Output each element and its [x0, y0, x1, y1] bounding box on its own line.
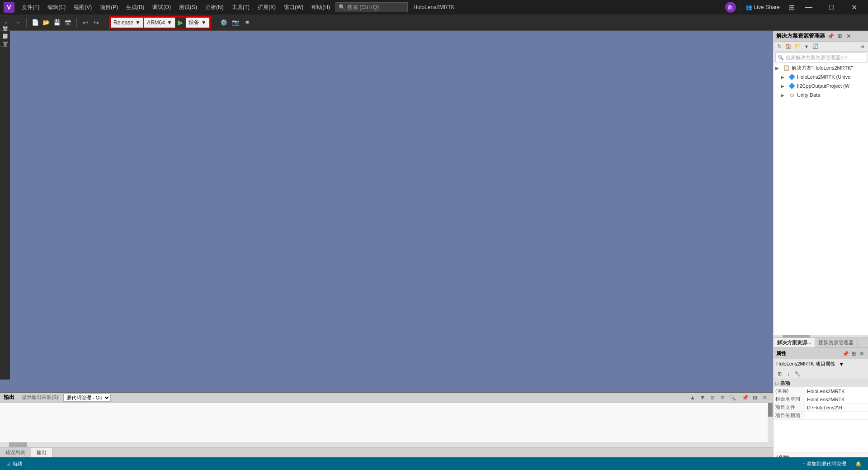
output-close-button[interactable]: ✕ — [760, 394, 769, 402]
tab-solution-explorer[interactable]: 解决方案资源... — [774, 338, 815, 347]
menu-file[interactable]: 文件(F) — [18, 2, 43, 13]
add-to-source-control[interactable]: ↑ 添加到源代码管理 — [800, 461, 849, 467]
diagnostics-button[interactable]: ⚙️ — [219, 18, 229, 28]
tree-item-unity-data[interactable]: ▶ ◇ Unity Data — [774, 90, 868, 100]
new-item-button[interactable]: 📄 — [30, 18, 40, 28]
undo-button[interactable]: ↩ — [80, 18, 90, 28]
tree-item-il2cpp[interactable]: ▶ 🔷 Il2CppOutputProject (W — [774, 81, 868, 90]
se-collapse-button[interactable]: ⊟ — [858, 43, 866, 51]
save-button[interactable]: 💾 — [52, 18, 62, 28]
properties-pin-button[interactable]: 📌 — [842, 350, 849, 357]
hololens2mrtk-chevron-icon: ▶ — [781, 75, 786, 80]
properties-title-bar: HoloLens2MRTK 项目属性 ▼ — [774, 359, 868, 369]
se-filter-button[interactable]: ▼ — [802, 43, 811, 51]
toolbar-separator-1 — [26, 18, 27, 27]
menu-extensions[interactable]: 扩展(X) — [254, 2, 279, 13]
solution-explorer-dock-button[interactable]: ⊞ — [836, 33, 843, 40]
user-avatar[interactable]: 政 — [725, 2, 736, 13]
menu-window[interactable]: 窗口(W) — [280, 2, 307, 13]
menu-view[interactable]: 视图(V) — [70, 2, 95, 13]
output-tabs: 错误列表 输出 — [0, 447, 773, 457]
solution-explorer-pin-button[interactable]: 📌 — [827, 33, 834, 40]
screenshot-button[interactable]: 📷 — [231, 18, 241, 28]
menu-project[interactable]: 项目(P) — [96, 2, 122, 13]
menu-analyze[interactable]: 分析(N) — [202, 2, 227, 13]
config-dropdown[interactable]: Release ▼ — [110, 17, 144, 28]
platform-dropdown[interactable]: ARM64 ▼ — [144, 17, 175, 28]
properties-object-chevron: ▼ — [839, 361, 844, 367]
prop-name-label: (名称) — [774, 387, 805, 395]
run-button[interactable]: ▶ — [175, 17, 185, 28]
se-show-files-button[interactable]: 📁 — [793, 43, 802, 51]
output-pin-button[interactable]: 📌 — [741, 394, 750, 402]
props-sort-button[interactable]: ↕ — [784, 370, 793, 378]
output-controls: 显示输出来源(S): 源代码管理 - Git 生成 调试 — [22, 394, 111, 402]
device-chevron-icon: ▼ — [201, 19, 207, 26]
output-toolbar-buttons: ▲ ▼ ⊘ ≡ 🔍 — [688, 394, 737, 402]
menu-debug[interactable]: 调试(D) — [149, 2, 175, 13]
right-panel: 解决方案资源管理器 📌 ⊞ ✕ ↻ 🏠 📁 ▼ 🔄 ⊟ 🔍 搜索解决方案资源管理… — [773, 31, 868, 470]
output-source-select[interactable]: 源代码管理 - Git 生成 调试 — [63, 394, 111, 402]
menu-test[interactable]: 测试(S) — [175, 2, 201, 13]
output-dock-button[interactable]: ⊞ — [750, 394, 760, 402]
output-panel: 输出 显示输出来源(S): 源代码管理 - Git 生成 调试 ▲ ▼ ⊘ ≡ … — [0, 392, 773, 457]
redo-button[interactable]: ↪ — [91, 18, 101, 28]
output-up-button[interactable]: ▲ — [688, 394, 697, 402]
properties-close-button[interactable]: ✕ — [858, 350, 865, 357]
tab-team-explorer[interactable]: 团队资源管理器 — [815, 338, 858, 347]
output-hscrollbar[interactable] — [0, 442, 768, 447]
menu-help[interactable]: 帮助(H) — [308, 2, 334, 13]
platform-chevron-icon: ▼ — [167, 19, 172, 26]
live-share-button[interactable]: 👥 Live Share — [740, 2, 785, 12]
search-box[interactable]: 🔍 搜索 (Ctrl+Q) — [335, 2, 408, 12]
toolbox-tab[interactable]: 工具箱 — [0, 31, 10, 38]
output-clear-button[interactable]: ⊘ — [708, 394, 717, 402]
tools-tab[interactable]: 工具 — [0, 46, 10, 54]
solution-hscrollbar[interactable] — [774, 335, 868, 337]
close-button[interactable]: ✕ — [844, 0, 864, 14]
toolbar-separator-4 — [215, 18, 215, 27]
properties-dock-button[interactable]: ⊞ — [850, 350, 857, 357]
se-properties-button[interactable]: 🏠 — [784, 43, 793, 51]
prop-file-label: 项目文件 — [774, 404, 805, 411]
section-expand-icon: □ — [775, 380, 778, 386]
properties-header: 属性 📌 ⊞ ✕ — [774, 348, 868, 359]
tree-item-hololens2mrtk[interactable]: ▶ 🔷 HoloLens2MRTK (Unive — [774, 72, 868, 81]
se-refresh-button[interactable]: 🔄 — [811, 43, 820, 51]
save-all-button[interactable]: 🗃️ — [63, 18, 73, 28]
menu-edit[interactable]: 编辑(E) — [44, 2, 69, 13]
props-filter-button[interactable]: 🔧 — [793, 370, 802, 378]
tab-error-list[interactable]: 错误列表 — [0, 448, 31, 457]
output-wrap-button[interactable]: ≡ — [718, 394, 727, 402]
project-icon-2: 🔷 — [788, 82, 795, 90]
platform-label: ARM64 — [147, 19, 165, 26]
open-file-button[interactable]: 📂 — [41, 18, 51, 28]
solution-explorer-close-button[interactable]: ✕ — [845, 33, 852, 40]
se-sync-button[interactable]: ↻ — [775, 43, 783, 51]
output-down-button[interactable]: ▼ — [698, 394, 707, 402]
menu-build[interactable]: 生成(B) — [123, 2, 148, 13]
server-explorer-tab[interactable]: 服务器资源管理器 — [0, 38, 10, 46]
menu-tools[interactable]: 工具(T) — [228, 2, 253, 13]
minimize-button[interactable]: — — [798, 0, 819, 14]
layout-button[interactable]: ≡ — [242, 18, 252, 28]
solution-tree: ▶ 📋 解决方案"HoloLens2MRTK" ▶ 🔷 HoloLens2MRT… — [774, 63, 868, 335]
nav-back-button[interactable]: ← — [2, 18, 12, 28]
properties-table: □ 杂项 (名称) HoloLens2MRTK 根命名空间 HoloLens2M… — [774, 379, 868, 452]
status-ready: ☑ 就绪 — [4, 461, 25, 467]
output-find-button[interactable]: 🔍 — [728, 394, 737, 402]
prop-name-value: HoloLens2MRTK — [805, 389, 868, 394]
il2cpp-chevron-icon: ▶ — [781, 84, 786, 89]
maximize-button[interactable]: □ — [821, 0, 842, 14]
notification-button[interactable]: 🔔 — [853, 461, 864, 467]
props-grid-button[interactable]: ⊞ — [775, 370, 783, 378]
solution-explorer-search[interactable]: 🔍 搜索解决方案资源管理器(Ct — [775, 52, 866, 62]
project-icon-1: 🔷 — [788, 73, 795, 81]
nav-forward-button[interactable]: → — [13, 18, 23, 28]
panel-icon[interactable]: ⊞ — [785, 3, 798, 12]
tab-output[interactable]: 输出 — [31, 448, 52, 457]
output-vscrollbar-thumb — [768, 403, 773, 417]
solution-explorer-title: 解决方案资源管理器 — [776, 32, 825, 40]
device-dropdown[interactable]: 设备 ▼ — [185, 17, 210, 28]
tree-item-solution[interactable]: ▶ 📋 解决方案"HoloLens2MRTK" — [774, 63, 868, 72]
